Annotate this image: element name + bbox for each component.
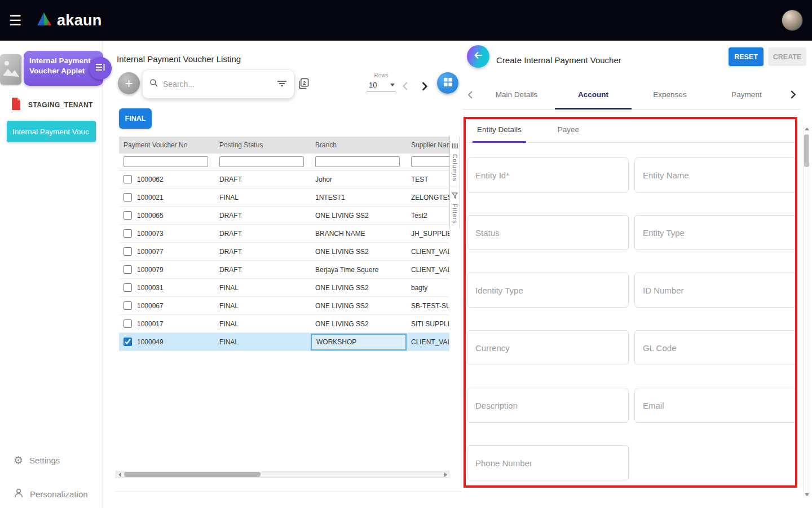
scroll-left-arrow[interactable] <box>116 472 123 477</box>
description-field[interactable] <box>467 388 629 423</box>
tab-account[interactable]: Account <box>555 80 632 109</box>
table-row[interactable]: 1000079DRAFTBerjaya Time SquereCLIENT_VA… <box>119 261 449 279</box>
sidebar-item-internal-payment-voucher[interactable]: Internal Payment Vouc <box>7 121 96 142</box>
table-filter-row <box>119 154 449 170</box>
entity-name-field[interactable] <box>634 157 796 192</box>
scroll-right-arrow[interactable] <box>442 472 449 477</box>
subtab-entity-details[interactable]: Entity Details <box>473 117 526 142</box>
next-page-button[interactable] <box>421 81 428 94</box>
identity-type-field[interactable] <box>467 273 629 308</box>
sidebar-item-settings[interactable]: ⚙ Settings <box>14 454 60 467</box>
hscroll-thumb[interactable] <box>124 472 261 477</box>
email-field[interactable] <box>634 388 796 423</box>
column-filter-input-branch[interactable] <box>315 156 400 167</box>
row-checkbox[interactable] <box>123 211 132 220</box>
id-number-field[interactable] <box>634 273 796 308</box>
tabs-scroll-left[interactable] <box>462 80 478 109</box>
table-side-strip: Columns Filters <box>449 137 460 229</box>
row-checkbox[interactable] <box>123 247 132 256</box>
status-field[interactable] <box>467 215 629 250</box>
account-tab-content: Entity DetailsPayee <box>464 117 797 488</box>
search-input[interactable] <box>163 80 272 89</box>
scroll-up-arrow[interactable] <box>805 125 809 132</box>
row-checkbox[interactable] <box>123 175 132 183</box>
column-filter-input-payment-voucher-no[interactable] <box>123 156 208 167</box>
table-row[interactable]: 1000021FINAL1NTEST1ZELONGTEST <box>119 189 449 207</box>
detail-tabs: Main DetailsAccountExpensesPayment <box>478 80 785 109</box>
row-checkbox[interactable] <box>123 319 132 328</box>
gl-code-field[interactable] <box>634 330 796 365</box>
table-row[interactable]: 1000073DRAFTBRANCH NAMEJH_SUPPLIER_N <box>119 225 449 243</box>
voucher-no-text: 1000049 <box>137 338 164 346</box>
tab-expenses[interactable]: Expenses <box>632 80 708 109</box>
rows-per-page-select[interactable]: 10 <box>367 81 396 91</box>
brand-logo[interactable]: akaun <box>36 12 102 29</box>
table-row[interactable]: 1000062DRAFTJohorTEST <box>119 170 449 189</box>
cell-voucher-no: 1000049 <box>119 333 215 351</box>
row-checkbox[interactable] <box>123 283 132 292</box>
filter-cell-branch <box>311 154 407 170</box>
cell-supplier-name: TEST <box>407 170 449 188</box>
row-checkbox[interactable] <box>123 229 132 238</box>
tab-payment[interactable]: Payment <box>708 80 785 109</box>
tenant-row[interactable]: STAGING_TENANT <box>10 97 93 113</box>
filter-list-icon[interactable] <box>277 79 287 89</box>
phone-number-field[interactable] <box>467 445 629 480</box>
hscroll-track[interactable] <box>123 471 442 478</box>
column-header-payment-voucher-no[interactable]: Payment Voucher No <box>119 137 215 154</box>
column-filter-input-posting-status[interactable] <box>219 156 304 167</box>
cell-voucher-no: 1000017 <box>119 315 215 332</box>
brand-name: akaun <box>57 12 102 29</box>
sidebar-item-personalization[interactable]: Personalization <box>14 488 88 501</box>
row-checkbox[interactable] <box>123 193 132 202</box>
table-row[interactable]: 1000067FINALONE LIVING SS2SB-TEST-SUPPL <box>119 297 449 315</box>
currency-field[interactable] <box>467 330 629 365</box>
row-checkbox[interactable] <box>123 301 132 310</box>
cell-supplier-name: Test2 <box>407 207 449 224</box>
cell-posting-status: FINAL <box>215 279 311 296</box>
column-header-posting-status[interactable]: Posting Status <box>215 137 311 154</box>
settings-label: Settings <box>29 456 60 465</box>
table-row[interactable]: 1000049FINALWORKSHOPCLIENT_VALIDA <box>119 333 449 351</box>
entity-id-field[interactable] <box>467 157 629 192</box>
hamburger-menu-icon[interactable]: ☰ <box>9 12 33 29</box>
table-row[interactable]: 1000017FINALONE LIVING SS2SITI SUPPLIER <box>119 315 449 333</box>
filters-toggle[interactable]: Filters <box>450 186 460 229</box>
column-header-supplier-name[interactable]: Supplier Name <box>407 137 449 154</box>
rows-label: Rows <box>367 72 396 78</box>
back-button[interactable] <box>467 45 489 68</box>
akaun-triangle-logo-icon <box>36 12 53 29</box>
tenant-name: STAGING_TENANT <box>28 101 93 109</box>
row-checkbox[interactable] <box>123 338 132 346</box>
final-filter-chip[interactable]: FINAL <box>119 108 152 129</box>
subtab-payee[interactable]: Payee <box>553 117 584 142</box>
column-header-branch[interactable]: Branch <box>311 137 407 154</box>
applet-menu-button[interactable] <box>89 57 112 80</box>
duplicate-pages-icon[interactable]: 2 <box>298 78 309 91</box>
grid-view-button[interactable] <box>437 72 458 94</box>
columns-toggle[interactable]: Columns <box>450 137 460 186</box>
create-button[interactable]: CREATE <box>768 47 806 66</box>
previous-page-button[interactable] <box>402 81 408 93</box>
table-row[interactable]: 1000031FINALONE LIVING SS2bagty <box>119 279 449 297</box>
vertical-scrollbar[interactable] <box>803 125 810 498</box>
chevron-down-icon <box>390 84 395 86</box>
vscroll-thumb[interactable] <box>804 134 809 167</box>
vscroll-track[interactable] <box>804 132 810 491</box>
columns-icon <box>452 141 458 151</box>
add-voucher-button[interactable]: + <box>118 72 140 94</box>
table-row[interactable]: 1000077DRAFTONE LIVING SS2CLIENT_VALIDA <box>119 243 449 261</box>
column-filter-input-supplier-name[interactable] <box>411 156 449 167</box>
cell-branch: ONE LIVING SS2 <box>311 207 407 224</box>
cell-posting-status: DRAFT <box>215 170 311 188</box>
row-checkbox[interactable] <box>123 265 132 274</box>
tabs-scroll-right[interactable] <box>785 80 801 109</box>
left-sidebar: Internal Payment Voucher Applet STAGING_… <box>0 41 103 508</box>
scroll-down-arrow[interactable] <box>805 491 809 498</box>
table-row[interactable]: 1000065DRAFTONE LIVING SS2Test2 <box>119 207 449 225</box>
entity-type-field[interactable] <box>634 215 796 250</box>
user-avatar[interactable] <box>782 10 803 31</box>
horizontal-scrollbar[interactable] <box>116 471 449 478</box>
reset-button[interactable]: RESET <box>729 47 764 66</box>
tab-main-details[interactable]: Main Details <box>478 80 555 109</box>
